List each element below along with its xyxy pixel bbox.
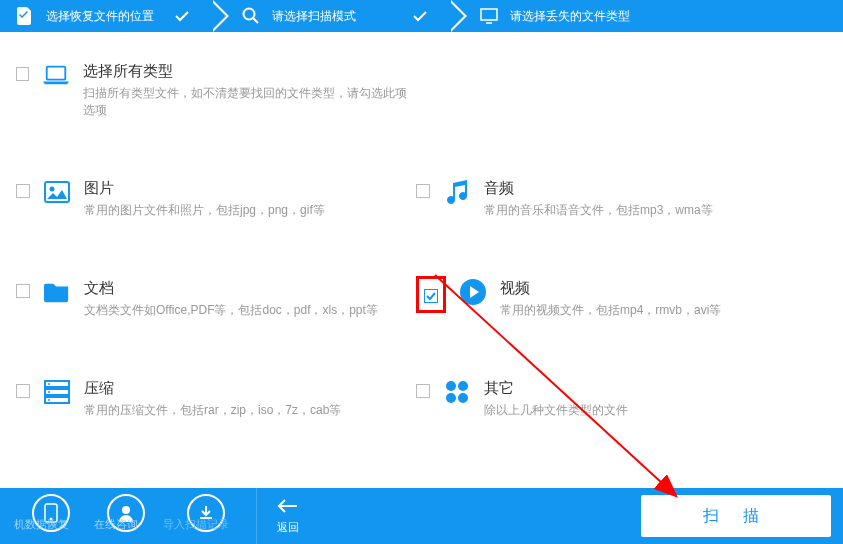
checkbox-image[interactable]	[16, 184, 30, 198]
svg-point-6	[50, 187, 55, 192]
svg-point-14	[446, 381, 456, 391]
svg-rect-4	[47, 67, 66, 80]
option-desc: 扫描所有类型文件，如不清楚要找回的文件类型，请勾选此项选项	[83, 85, 416, 119]
svg-point-13	[48, 399, 50, 401]
scan-button[interactable]: 扫 描	[641, 495, 831, 537]
option-title: 图片	[84, 179, 325, 198]
highlight-box	[416, 276, 446, 313]
btn-online-consult[interactable]: 在线咨询	[76, 500, 156, 532]
option-desc: 除以上几种文件类型的文件	[484, 402, 628, 419]
option-title: 文档	[84, 279, 378, 298]
image-icon	[44, 179, 70, 205]
back-arrow-icon	[277, 497, 299, 518]
option-video[interactable]: 视频 常用的视频文件，包括mp4，rmvb，avi等	[416, 279, 721, 319]
checkbox-archive[interactable]	[16, 384, 30, 398]
checkbox-other[interactable]	[416, 384, 430, 398]
checkbox-video[interactable]	[424, 289, 438, 303]
option-audio[interactable]: 音频 常用的音乐和语音文件，包括mp3，wma等	[416, 179, 713, 219]
laptop-icon	[43, 62, 69, 88]
option-title: 选择所有类型	[83, 62, 416, 81]
search-icon	[242, 7, 260, 25]
step-location: 选择恢复文件的位置	[0, 0, 210, 32]
step-label: 选择恢复文件的位置	[46, 8, 154, 25]
option-title: 音频	[484, 179, 713, 198]
option-title: 其它	[484, 379, 628, 398]
svg-point-17	[458, 393, 468, 403]
bottom-toolbar: 机数据恢复 在线咨询 导入扫描记录 返回 扫 描	[0, 488, 843, 544]
file-type-options: 选择所有类型 扫描所有类型文件，如不清楚要找回的文件类型，请勾选此项选项 图片 …	[0, 32, 843, 419]
svg-point-15	[458, 381, 468, 391]
btn-data-recovery[interactable]: 机数据恢复	[6, 500, 76, 532]
option-desc: 常用的图片文件和照片，包括jpg，png，gif等	[84, 202, 325, 219]
grid-icon	[444, 379, 470, 405]
progress-steps: 选择恢复文件的位置 请选择扫描模式 请选择丢失的文件类型	[0, 0, 843, 32]
option-archive[interactable]: 压缩 常用的压缩文件，包括rar，zip，iso，7z，cab等	[16, 379, 416, 419]
svg-rect-2	[481, 9, 497, 20]
option-other[interactable]: 其它 除以上几种文件类型的文件	[416, 379, 628, 419]
back-button[interactable]: 返回	[277, 497, 299, 535]
check-icon	[412, 8, 428, 24]
folder-icon	[44, 279, 70, 305]
option-desc: 常用的音乐和语音文件，包括mp3，wma等	[484, 202, 713, 219]
step-label: 请选择扫描模式	[272, 8, 356, 25]
monitor-icon	[480, 7, 498, 25]
svg-point-12	[48, 391, 50, 393]
file-icon	[16, 7, 34, 25]
music-icon	[444, 179, 470, 205]
option-title: 压缩	[84, 379, 341, 398]
svg-point-16	[446, 393, 456, 403]
checkbox-document[interactable]	[16, 284, 30, 298]
option-image[interactable]: 图片 常用的图片文件和照片，包括jpg，png，gif等	[16, 179, 416, 219]
option-all-types[interactable]: 选择所有类型 扫描所有类型文件，如不清楚要找回的文件类型，请勾选此项选项	[16, 62, 416, 119]
option-title: 视频	[500, 279, 721, 298]
option-desc: 文档类文件如Office,PDF等，包括doc，pdf，xls，ppt等	[84, 302, 378, 319]
option-desc: 常用的视频文件，包括mp4，rmvb，avi等	[500, 302, 721, 319]
step-label: 请选择丢失的文件类型	[510, 8, 630, 25]
option-desc: 常用的压缩文件，包括rar，zip，iso，7z，cab等	[84, 402, 341, 419]
check-icon	[174, 8, 190, 24]
svg-line-1	[253, 18, 258, 23]
divider	[256, 488, 257, 544]
step-file-type: 请选择丢失的文件类型	[448, 0, 843, 32]
archive-icon	[44, 379, 70, 405]
svg-point-11	[48, 383, 50, 385]
btn-import-scan[interactable]: 导入扫描记录	[156, 500, 236, 532]
play-icon	[460, 279, 486, 305]
checkbox-all[interactable]	[16, 67, 29, 81]
svg-point-0	[244, 9, 255, 20]
option-document[interactable]: 文档 文档类文件如Office,PDF等，包括doc，pdf，xls，ppt等	[16, 279, 416, 319]
svg-point-21	[122, 506, 130, 514]
checkbox-audio[interactable]	[416, 184, 430, 198]
step-scan-mode: 请选择扫描模式	[210, 0, 448, 32]
